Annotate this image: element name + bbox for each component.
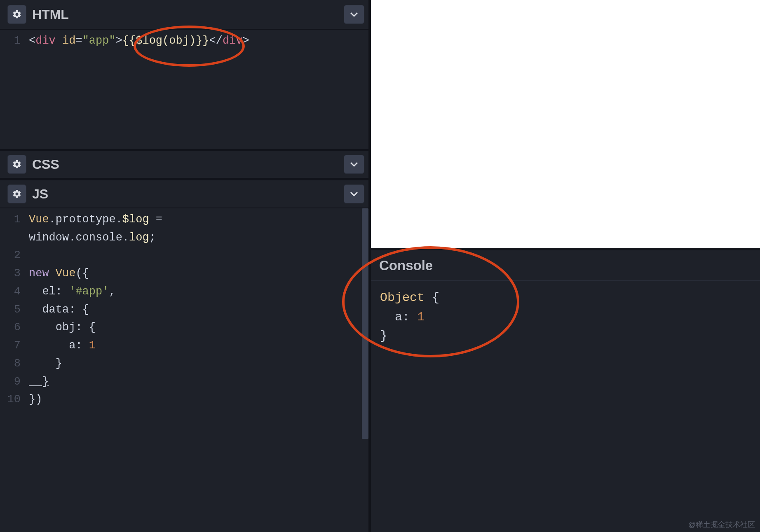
line-number: 10 <box>0 391 29 409</box>
code-line: 8 } <box>0 355 368 373</box>
line-number: 6 <box>0 319 29 337</box>
line-number: 1 <box>0 32 29 50</box>
line-number: 3 <box>0 265 29 283</box>
html-panel-header: HTML <box>0 0 368 30</box>
console-title: Console <box>379 258 433 273</box>
scrollbar[interactable] <box>362 208 368 439</box>
line-number: 1 <box>0 211 29 229</box>
gear-icon <box>12 9 22 19</box>
js-settings-button[interactable] <box>7 184 26 203</box>
code-line: 3 new Vue({ <box>0 265 368 283</box>
code-content: window.console.log; <box>29 229 156 247</box>
code-line: 5 data: { <box>0 301 368 319</box>
html-editor[interactable]: 1 <div id="app">{{$log(obj)}}</div> <box>0 30 368 149</box>
html-settings-button[interactable] <box>7 5 26 24</box>
css-panel-title: CSS <box>32 157 59 172</box>
code-content: data: { <box>29 301 89 319</box>
chevron-down-icon <box>350 12 358 17</box>
code-content: }) <box>29 391 42 409</box>
html-collapse-button[interactable] <box>344 5 364 24</box>
chevron-down-icon <box>350 191 358 197</box>
chevron-down-icon <box>350 161 358 167</box>
js-title-group: JS <box>7 184 48 203</box>
css-panel-header: CSS <box>0 149 368 179</box>
code-content: new Vue({ <box>29 265 89 283</box>
js-panel-header: JS <box>0 179 368 208</box>
js-panel-title: JS <box>32 187 48 202</box>
line-number: 5 <box>0 301 29 319</box>
code-content: } <box>29 373 49 391</box>
css-settings-button[interactable] <box>7 155 26 174</box>
code-content: a: 1 <box>29 337 96 355</box>
editors-column: HTML 1 <div id="app">{{$log(obj)}}</div> <box>0 0 371 532</box>
code-line: 4 el: '#app', <box>0 283 368 301</box>
code-line: 10 }) <box>0 391 368 409</box>
app-root: HTML 1 <div id="app">{{$log(obj)}}</div> <box>0 0 760 532</box>
console-output[interactable]: Object { a: 1 } <box>371 281 760 353</box>
html-panel-title: HTML <box>32 7 69 22</box>
code-line: 9 } <box>0 373 368 391</box>
css-title-group: CSS <box>7 155 59 174</box>
js-collapse-button[interactable] <box>344 184 364 203</box>
line-number: 2 <box>0 247 29 265</box>
watermark: @稀土掘金技术社区 <box>688 520 755 530</box>
code-line: 1 <div id="app">{{$log(obj)}}</div> <box>0 32 368 50</box>
gear-icon <box>12 159 22 169</box>
css-collapse-button[interactable] <box>344 155 364 174</box>
code-content: } <box>29 355 62 373</box>
console-header: Console <box>371 250 760 281</box>
code-line: 6 obj: { <box>0 319 368 337</box>
line-number: 4 <box>0 283 29 301</box>
code-content: obj: { <box>29 319 96 337</box>
preview-pane[interactable] <box>371 0 760 250</box>
js-editor[interactable]: 1 Vue.prototype.$log = window.console.lo… <box>0 208 368 532</box>
line-number: 7 <box>0 337 29 355</box>
line-number: 8 <box>0 355 29 373</box>
console-panel: Console Object { a: 1 } <box>371 250 760 532</box>
code-line: 2 <box>0 247 368 265</box>
html-title-group: HTML <box>7 5 69 24</box>
code-content: <div id="app">{{$log(obj)}}</div> <box>29 32 249 50</box>
code-line: window.console.log; <box>0 229 368 247</box>
output-column: Console Object { a: 1 } <box>371 0 760 532</box>
code-content: Vue.prototype.$log = <box>29 211 169 229</box>
code-line: 7 a: 1 <box>0 337 368 355</box>
code-content: el: '#app', <box>29 283 116 301</box>
line-number: 9 <box>0 373 29 391</box>
code-line: 1 Vue.prototype.$log = <box>0 211 368 229</box>
gear-icon <box>12 189 22 199</box>
